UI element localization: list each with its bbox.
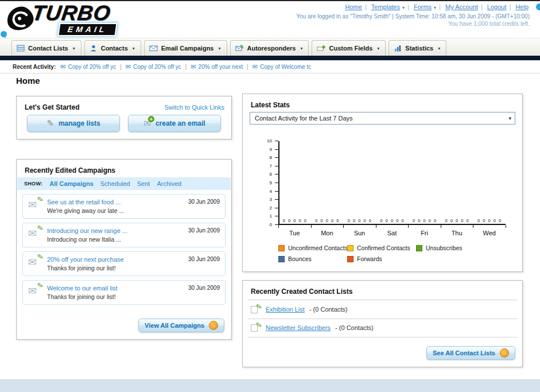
recently-created-contact-lists-panel: Recently Created Contact Lists ✎ Exhibit… <box>242 280 523 367</box>
chevron-down-icon[interactable]: ▾ <box>434 5 436 10</box>
tab-autoresponders[interactable]: Autoresponders ▾ <box>230 40 309 56</box>
get-started-title: Let's Get Started <box>25 103 80 111</box>
legend-item: Unsubscribes <box>416 244 485 251</box>
chevron-down-icon: ▾ <box>377 46 379 51</box>
nav-dark-bar <box>0 56 540 60</box>
envelope-icon: ✉ <box>28 228 37 239</box>
chevron-down-icon: ▾ <box>73 46 75 51</box>
custom-fields-icon <box>317 44 325 52</box>
contact-list-count: - (0 Contacts) <box>335 324 374 331</box>
separator: | <box>439 3 441 10</box>
dotted-divider <box>248 300 516 300</box>
pencil-icon: ✎ <box>255 320 263 330</box>
contact-list-link[interactable]: Exhibition List <box>266 306 305 313</box>
legend-item: Unconfirmed Contacts <box>278 244 347 251</box>
tab-statistics[interactable]: Statistics ▾ <box>389 40 446 56</box>
tab-contacts[interactable]: Contacts ▾ <box>84 40 141 56</box>
separator: | <box>185 64 187 70</box>
tab-custom-fields[interactable]: Custom Fields ▾ <box>312 40 386 56</box>
envelope-icon: ✉ <box>126 63 131 71</box>
chevron-down-icon: ▾ <box>133 46 135 51</box>
view-all-campaigns-button[interactable]: View All Campaigns → <box>138 319 224 332</box>
contact-list-item: ✎ Newsletter Subscribers - (0 Contacts) <box>251 323 374 332</box>
contact-lists-icon <box>17 44 25 52</box>
envelope-pencil-icon: ✉✎ <box>28 227 42 239</box>
campaign-title-link[interactable]: Welcome to our email list <box>47 285 185 292</box>
envelope-pencil-icon: ✉✎ <box>28 199 42 210</box>
campaign-subtitle: We're giving away our late ... <box>47 207 185 214</box>
contact-list-link[interactable]: Newsletter Subscribers <box>266 324 331 331</box>
legend-swatch <box>347 256 353 262</box>
page-bottom-band <box>0 379 540 392</box>
contact-lists-title: Recently Created Contact Lists <box>251 288 352 296</box>
header-link-templates[interactable]: Templates <box>371 3 400 10</box>
stats-period-value: Contact Activity for the Last 7 Days <box>255 115 353 122</box>
envelope-icon: ✉ <box>28 257 37 268</box>
app-logo: TURBO EMAIL <box>7 2 162 37</box>
recent-activity-item[interactable]: ✉Copy of 20% off yc <box>126 63 181 71</box>
recent-activity-bar: Recent Activity: ✉Copy of 20% off yc| ✉C… <box>0 60 540 73</box>
campaign-title-link[interactable]: Introducing our new range ... <box>47 227 185 234</box>
campaign-title-link[interactable]: See us at the retail food ... <box>47 199 185 205</box>
separator: | <box>365 3 367 10</box>
header-link-home[interactable]: Home <box>345 3 362 10</box>
header-link-my-account[interactable]: My Account <box>445 3 478 10</box>
latest-stats-panel: Latest Stats Contact Activity for the La… <box>242 94 523 272</box>
arrow-right-icon: → <box>209 321 218 330</box>
decorative-blue-dot-right <box>536 3 540 10</box>
switch-quick-links[interactable]: Switch to Quick Links <box>164 104 224 111</box>
pencil-icon: ✎ <box>46 118 54 129</box>
chevron-down-icon[interactable]: ▾ <box>402 5 405 10</box>
pencil-icon: ✎ <box>255 302 263 312</box>
contact-list-count: - (0 Contacts) <box>309 306 348 313</box>
latest-stats-title: Latest Stats <box>251 101 290 109</box>
autoresponders-icon <box>235 44 244 52</box>
filter-all-campaigns[interactable]: All Campaigns <box>49 180 93 187</box>
tab-label: Custom Fields <box>329 45 372 52</box>
campaign-list: ✉✎ See us at the retail food ... We're g… <box>22 194 226 309</box>
page-pencil-icon: ✎ <box>251 305 261 314</box>
campaign-subtitle: Thanks for joining our list! <box>47 293 185 300</box>
envelope-icon: ✉ <box>28 285 37 297</box>
dotted-divider <box>248 337 516 337</box>
filter-archived[interactable]: Archived <box>157 180 181 187</box>
logo-text-turbo: TURBO <box>30 1 112 25</box>
recent-activity-item[interactable]: ✉20% off your next <box>191 63 243 71</box>
recent-activity-item[interactable]: ✉Copy of 20% off yc <box>60 63 116 71</box>
chevron-down-icon: ▾ <box>218 46 220 51</box>
filter-scheduled[interactable]: Scheduled <box>100 180 130 187</box>
header-link-logout[interactable]: Logout <box>487 3 507 10</box>
recent-activity-item[interactable]: ✉Copy of Welcome tc <box>252 63 312 71</box>
see-all-contact-lists-button[interactable]: See All Contact Lists → <box>426 346 515 360</box>
campaign-date: 30 Jun 2009 <box>188 199 220 205</box>
envelope-icon: ✉ <box>60 63 65 71</box>
stats-legend: Unconfirmed ContactsConfirmed ContactsUn… <box>278 242 485 264</box>
header-link-help[interactable]: Help <box>515 3 529 10</box>
tab-label: Statistics <box>405 45 433 52</box>
campaign-subtitle: Introducing our new Italia ... <box>47 236 185 243</box>
envelope-pencil-icon: ✉✎ <box>28 285 42 296</box>
chevron-down-icon: ▾ <box>300 46 302 51</box>
pencil-icon: ✎ <box>37 252 45 262</box>
filter-sent[interactable]: Sent <box>137 180 150 187</box>
plus-icon: + <box>148 116 154 122</box>
tab-contact-lists[interactable]: Contact Lists ▾ <box>11 40 81 56</box>
recently-edited-campaigns-panel: Recently Edited Campaigns SHOW: All Camp… <box>16 159 232 340</box>
campaign-row: ✉✎ See us at the retail food ... We're g… <box>22 194 226 219</box>
tab-label: Contact Lists <box>28 45 68 52</box>
login-info: You are logged in as "Timothy Smith" | S… <box>296 13 530 20</box>
manage-lists-button[interactable]: ✎ manage lists <box>27 115 120 132</box>
chevron-down-icon: ▾ <box>438 46 440 51</box>
stats-period-select[interactable]: Contact Activity for the Last 7 Days ▾ <box>250 112 515 125</box>
header-link-forms[interactable]: Forms <box>414 3 432 10</box>
create-email-label: create an email <box>156 119 205 127</box>
legend-swatch <box>278 256 285 262</box>
stats-chart: 0123456789100 0 0 0 0Tue0 0 0 0 0Mon0 0 … <box>243 129 522 238</box>
see-all-contact-lists-label: See All Contact Lists <box>433 350 495 356</box>
pencil-icon: ✎ <box>37 223 45 233</box>
tab-email-campaigns[interactable]: Email Campaigns ▾ <box>144 40 227 56</box>
create-email-button[interactable]: ✉ + create an email <box>128 115 221 132</box>
campaign-title-link[interactable]: 20% off your next purchase <box>47 256 185 263</box>
main-navbar: Contact Lists ▾ Contacts ▾ Email Campaig… <box>0 38 540 56</box>
legend-item: Bounces <box>278 255 347 262</box>
